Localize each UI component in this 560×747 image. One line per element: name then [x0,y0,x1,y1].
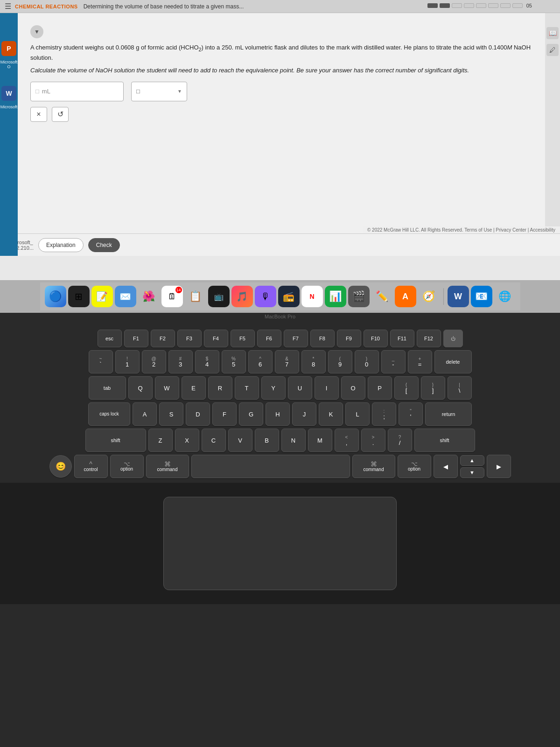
key-l[interactable]: L [345,402,370,426]
key-7[interactable]: &7 [275,350,299,374]
key-2[interactable]: @2 [142,350,166,374]
key-g[interactable]: G [239,402,263,426]
key-9[interactable]: (9 [328,350,352,374]
key-slash[interactable]: ?/ [388,429,412,452]
key-f9[interactable]: F9 [337,330,361,347]
key-option-left[interactable]: ⌥ option [110,455,144,478]
dock-outlook[interactable]: 📧 [471,286,492,307]
key-o[interactable]: O [341,376,365,400]
key-e[interactable]: E [182,376,206,400]
key-capslock[interactable]: caps lock [88,402,130,426]
key-arrow-left[interactable]: ◀ [434,455,458,478]
key-period[interactable]: >. [361,429,385,452]
key-f3[interactable]: F3 [177,330,202,347]
key-d[interactable]: D [186,402,210,426]
dock-sketch[interactable]: ✏️ [371,286,393,307]
key-r[interactable]: R [208,376,232,400]
check-button[interactable]: Check [88,238,120,252]
dock-radio[interactable]: 📻 [278,286,300,307]
key-backslash[interactable]: |\ [448,376,472,400]
key-t[interactable]: T [235,376,259,400]
key-u[interactable]: U [288,376,312,400]
answer-input[interactable]: □ mL [30,82,124,101]
key-v[interactable]: V [228,429,252,452]
key-0[interactable]: )0 [355,350,379,374]
key-j[interactable]: J [292,402,316,426]
key-shift-left[interactable]: shift [85,429,146,452]
key-k[interactable]: K [319,402,343,426]
key-touchid[interactable]: ⏻ [443,330,463,347]
key-option-right[interactable]: ⌥ option [398,455,431,478]
key-f11[interactable]: F11 [390,330,414,347]
hamburger-icon[interactable]: ☰ [5,2,11,11]
key-esc[interactable]: esc [98,330,122,347]
dock-chrome[interactable]: 🌐 [494,286,516,307]
dock-notes[interactable]: 📝 [91,286,113,307]
key-3[interactable]: #3 [168,350,193,374]
collapse-button[interactable]: ▼ [30,25,43,38]
key-a[interactable]: A [133,402,157,426]
key-z[interactable]: Z [148,429,173,452]
dock-imovie[interactable]: 🎬 [348,286,370,307]
key-minus[interactable]: _- [381,350,406,374]
dock-mail[interactable]: ✉️ [115,286,136,307]
key-q[interactable]: Q [128,376,153,400]
key-4[interactable]: $4 [195,350,219,374]
key-y[interactable]: Y [261,376,286,400]
sidebar-icon-2[interactable]: 🖊 [546,44,559,56]
key-bracket-right[interactable]: }] [421,376,445,400]
key-c[interactable]: C [202,429,226,452]
dock-appletv[interactable]: 📺 [208,286,230,307]
key-return[interactable]: return [425,402,472,426]
sidebar-icon-word[interactable]: W [1,86,16,101]
key-equals[interactable]: += [408,350,432,374]
key-b[interactable]: B [255,429,279,452]
key-f8[interactable]: F8 [310,330,335,347]
dock-podcast[interactable]: 🎙 [255,286,276,307]
key-8[interactable]: *8 [301,350,326,374]
key-f4[interactable]: F4 [204,330,228,347]
key-tilde[interactable]: ~` [89,350,113,374]
key-emoji[interactable]: 😊 [49,455,72,478]
key-w[interactable]: W [155,376,179,400]
key-command-right[interactable]: ⌘ command [352,455,395,478]
key-i[interactable]: I [315,376,339,400]
key-x[interactable]: X [175,429,199,452]
key-f2[interactable]: F2 [151,330,175,347]
key-shift-right[interactable]: shift [414,429,475,452]
key-semicolon[interactable]: :; [372,402,396,426]
dock-launchpad[interactable]: ⊞ [68,286,90,307]
sidebar-icon-1[interactable]: 📖 [546,27,559,39]
key-h[interactable]: H [266,402,290,426]
dock-music[interactable]: 🎵 [231,286,253,307]
dock-numbers[interactable]: 📊 [325,286,346,307]
key-control[interactable]: ^control [74,455,108,478]
key-f5[interactable]: F5 [231,330,255,347]
key-f[interactable]: F [212,402,237,426]
key-tab[interactable]: tab [89,376,126,400]
key-6[interactable]: ^6 [248,350,273,374]
clear-button[interactable]: × [30,107,47,122]
key-delete[interactable]: delete [434,350,472,374]
unit-selector[interactable]: □ ▼ [131,82,187,101]
dock-news[interactable]: N [301,286,323,307]
key-n[interactable]: N [281,429,306,452]
key-s[interactable]: S [159,402,183,426]
key-f6[interactable]: F6 [257,330,281,347]
dock-finder[interactable]: 🔵 [45,286,66,307]
key-f1[interactable]: F1 [124,330,148,347]
dock-reminders[interactable]: 📋 [185,286,206,307]
key-5[interactable]: %5 [222,350,246,374]
key-arrow-down[interactable]: ▼ [460,467,484,478]
touchpad[interactable] [163,497,397,590]
key-bracket-left[interactable]: {[ [394,376,419,400]
key-m[interactable]: M [308,429,332,452]
dock-calendar[interactable]: 🗓 14 [161,286,183,307]
key-f12[interactable]: F12 [417,330,441,347]
key-space[interactable] [191,455,350,478]
dock-font[interactable]: A [395,286,416,307]
sidebar-icon-powerpoint[interactable]: P [1,41,16,56]
key-arrow-up[interactable]: ▲ [460,455,484,466]
key-arrow-right[interactable]: ▶ [487,455,511,478]
key-1[interactable]: !1 [115,350,140,374]
